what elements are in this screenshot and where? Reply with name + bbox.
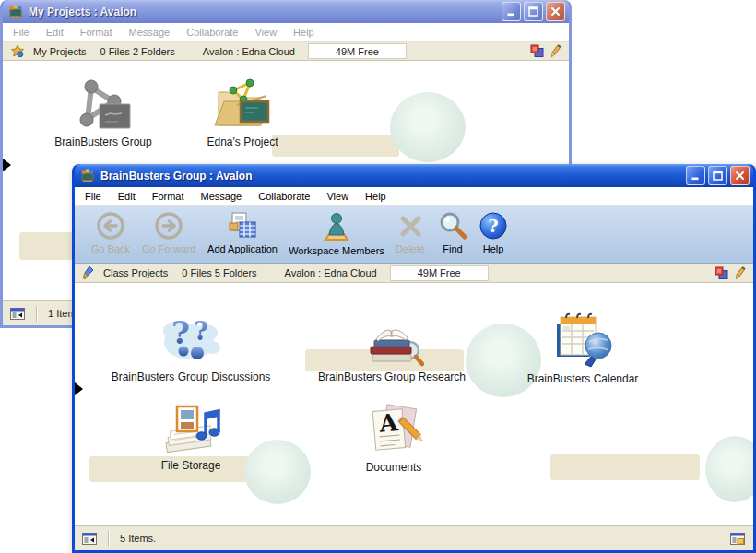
folder-item-brainbusters-group[interactable]: BrainBusters Group [30,74,177,148]
menu-message[interactable]: Message [193,191,251,202]
menu-help[interactable]: Help [285,27,323,38]
find-button[interactable]: Find [432,211,473,254]
folder-content-area: ? ? BrainBusters Group Discussions [75,283,753,525]
app-icon [7,4,24,20]
help-label: Help [483,243,504,254]
item-label: BrainBusters Group Research [290,371,493,383]
folder-item-calendar[interactable]: BrainBusters Calendar [490,305,675,385]
watermark-band [550,454,700,480]
question-glyph: ? [194,317,208,346]
status-items-count: 5 Items. [120,533,156,544]
delete-button: Delete [388,211,432,254]
window-title: My Projects : Avalon [29,6,136,18]
documents-icon: A [320,397,467,458]
delete-label: Delete [396,243,425,254]
menu-edit[interactable]: Edit [38,27,72,38]
menu-file[interactable]: File [5,27,38,38]
item-label: BrainBusters Calendar [490,372,675,385]
go-back-icon [95,211,126,242]
go-forward-button: Go Forward [137,211,200,254]
help-button[interactable]: ? Help [473,211,514,254]
location-icon [82,265,95,280]
maximize-button[interactable] [708,166,727,185]
find-label: Find [443,243,462,254]
menu-bar: File Edit Format Message Collaborate Vie… [3,23,569,42]
sidebar-expander[interactable] [75,382,83,395]
go-forward-icon [153,211,184,242]
account-label: Avalon : Edna Cloud [285,267,377,278]
letter-a-glyph: A [377,408,400,438]
menu-help[interactable]: Help [357,191,395,202]
pencil-icon[interactable] [550,44,561,58]
brainbusters-titlebar[interactable]: BrainBusters Group : Avalon [75,164,753,187]
menu-message[interactable]: Message [121,27,179,38]
item-label: Documents [320,461,467,474]
folder-item-documents[interactable]: A Documents [320,397,467,474]
app-icon [79,168,96,184]
workspace-members-label: Workspace Members [289,245,384,256]
network-group-icon [30,74,177,133]
panel-toggle-icon[interactable] [10,306,26,322]
close-button[interactable] [546,2,565,21]
overlap-squares-icon[interactable] [530,44,544,58]
menu-format[interactable]: Format [144,191,193,202]
folder-item-discussions[interactable]: ? ? BrainBusters Group Discussions [89,298,292,383]
menu-edit[interactable]: Edit [110,191,144,202]
add-application-label: Add Application [207,243,278,254]
watermark-circle [705,436,753,502]
location-label: My Projects [33,46,86,57]
find-icon [438,211,467,242]
pencil-icon[interactable] [735,266,746,280]
folder-item-ednas-project[interactable]: Edna's Project [169,74,316,148]
delete-icon [396,211,424,242]
brainbusters-group-window[interactable]: BrainBusters Group : Avalon File Edit Fo… [72,164,756,553]
item-label: File Storage [108,459,274,472]
go-back-button: Go Back [84,211,137,254]
panel-toggle-icon[interactable] [82,531,98,547]
folder-item-file-storage[interactable]: File Storage [108,395,274,472]
file-folder-counts: 0 Files 5 Folders [182,267,256,278]
minimize-button[interactable] [502,2,521,21]
add-application-icon [227,211,258,242]
item-label: BrainBusters Group Discussions [89,371,292,383]
view-toggle-icon[interactable] [730,531,746,547]
location-icon [10,44,25,59]
go-back-label: Go Back [91,243,130,254]
window-title: BrainBusters Group : Avalon [100,170,252,182]
question-glyph: ? [171,314,190,351]
maximize-button[interactable] [524,2,543,21]
minimize-button[interactable] [686,166,705,185]
my-projects-titlebar[interactable]: My Projects : Avalon [3,0,569,23]
account-label: Avalon : Edna Cloud [203,46,295,57]
close-button[interactable] [730,166,750,185]
calendar-icon [490,305,675,370]
info-bar: My Projects 0 Files 2 Folders Avalon : E… [3,42,569,61]
overlap-squares-icon[interactable] [715,266,728,280]
workspace-members-icon [321,211,352,244]
toolbar: Go Back Go Forward [75,206,753,264]
watermark-circle [390,92,466,162]
menu-file[interactable]: File [77,191,110,202]
menu-collaborate[interactable]: Collaborate [178,27,246,38]
info-bar: Class Projects 0 Files 5 Folders Avalon … [75,264,753,283]
free-space-box: 49M Free [390,265,489,281]
menu-bar: File Edit Format Message Collaborate Vie… [75,187,753,206]
sidebar-expander[interactable] [3,159,11,171]
go-forward-label: Go Forward [142,243,195,254]
menu-collaborate[interactable]: Collaborate [250,191,318,202]
folder-item-research[interactable]: BrainBusters Group Research [290,301,493,383]
watermark-band [19,232,73,260]
menu-view[interactable]: View [318,191,357,202]
location-label: Class Projects [103,267,168,278]
help-glyph: ? [488,216,498,236]
menu-view[interactable]: View [246,27,285,38]
research-books-icon [290,301,493,368]
workspace-members-button[interactable]: Workspace Members [285,211,388,256]
help-icon: ? [478,211,508,242]
discussions-icon: ? ? [89,298,292,368]
menu-format[interactable]: Format [72,27,121,38]
file-storage-icon [108,395,274,456]
status-bar: 5 Items. [75,525,753,550]
item-label: BrainBusters Group [30,135,177,148]
add-application-button[interactable]: Add Application [200,211,285,254]
